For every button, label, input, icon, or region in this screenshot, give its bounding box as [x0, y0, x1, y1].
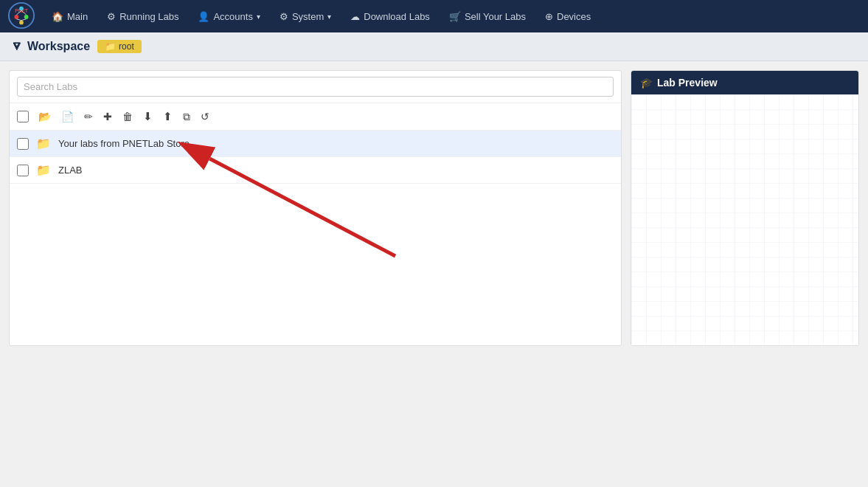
running-labs-icon: ⚙: [107, 11, 116, 22]
search-input[interactable]: [17, 77, 614, 97]
svg-point-3: [15, 15, 19, 19]
main-content: 📂 📄 ✏ ✚ 🗑 ⬇ ⬆ ⧉ ↺: [0, 61, 868, 355]
navbar-label-system: System: [292, 11, 324, 22]
refresh-button[interactable]: ↺: [197, 108, 213, 125]
navbar-label-download-labs: Download Labs: [364, 11, 430, 22]
download-icon: ⬇: [143, 110, 153, 122]
file-checkbox-pnetlab-store[interactable]: [17, 138, 29, 150]
refresh-icon: ↺: [201, 111, 209, 122]
navbar-item-running-labs[interactable]: ⚙ Running Labs: [98, 7, 187, 27]
left-panel: 📂 📄 ✏ ✚ 🗑 ⬇ ⬆ ⧉ ↺: [9, 70, 622, 346]
copy-button[interactable]: ⧉: [179, 108, 194, 125]
open-folder-icon: 📂: [38, 111, 51, 122]
preview-header: 🎓 Lab Preview: [631, 71, 858, 94]
navbar-label-sell-labs: Sell Your Labs: [465, 11, 526, 22]
breadcrumb-folder-label: root: [119, 41, 134, 52]
breadcrumb-title-text: Workspace: [27, 40, 90, 53]
add-button[interactable]: ✚: [100, 108, 116, 125]
open-folder-button[interactable]: 📂: [35, 108, 55, 125]
breadcrumb-folder-root[interactable]: 📁 root: [97, 40, 142, 53]
grid-svg: [631, 94, 858, 345]
delete-button[interactable]: 🗑: [119, 108, 136, 125]
home-icon: 🏠: [52, 11, 63, 22]
breadcrumb-bar: ⛛ Workspace 📁 root: [0, 32, 868, 61]
annotation-arrow: [10, 131, 621, 278]
navbar-item-sell-labs[interactable]: 🛒 Sell Your Labs: [440, 7, 535, 27]
edit-button[interactable]: ✏: [80, 108, 97, 125]
add-icon: ✚: [103, 111, 112, 122]
svg-rect-12: [631, 94, 858, 345]
file-name-zlab: ZLAB: [58, 165, 83, 176]
navbar-item-main[interactable]: 🏠 Main: [43, 7, 97, 27]
chevron-down-icon: ▾: [257, 13, 260, 21]
system-icon: ⚙: [280, 11, 288, 22]
file-row-zlab[interactable]: 📁 ZLAB: [10, 157, 621, 184]
navbar-item-download-labs[interactable]: ☁ Download Labs: [341, 7, 439, 27]
upload-icon: ⬆: [163, 110, 173, 122]
svg-line-11: [209, 159, 395, 256]
file-name-pnetlab-store: Your labs from PNETLab Store: [58, 138, 190, 149]
navbar-item-devices[interactable]: ⊕ Devices: [536, 7, 600, 27]
chevron-down-icon: ▾: [327, 13, 331, 21]
navbar: PNET 🏠 Main ⚙ Running Labs 👤 Accounts ▾: [0, 0, 868, 32]
svg-point-4: [24, 15, 29, 19]
folder-icon-zlab: 📁: [36, 163, 51, 177]
select-all-checkbox[interactable]: [17, 111, 29, 122]
navbar-items: 🏠 Main ⚙ Running Labs 👤 Accounts ▾ ⚙ Sys…: [43, 7, 861, 27]
toolbar: 📂 📄 ✏ ✚ 🗑 ⬇ ⬆ ⧉ ↺: [10, 103, 621, 131]
navbar-item-accounts[interactable]: 👤 Accounts ▾: [189, 7, 268, 27]
navbar-label-main: Main: [67, 11, 88, 22]
logo[interactable]: PNET: [7, 1, 43, 32]
accounts-icon: 👤: [198, 11, 209, 22]
folder-icon: 📁: [105, 41, 116, 52]
download-labs-icon: ☁: [350, 11, 360, 22]
edit-icon: ✏: [84, 111, 93, 122]
file-row-pnetlab-store[interactable]: 📁 Your labs from PNETLab Store: [10, 131, 621, 157]
workspace-icon: ⛛: [11, 40, 23, 53]
navbar-label-running-labs: Running Labs: [119, 11, 178, 22]
navbar-item-system[interactable]: ⚙ System ▾: [271, 7, 340, 27]
svg-point-5: [19, 20, 24, 24]
new-file-icon: 📄: [61, 111, 74, 122]
upload-button[interactable]: ⬆: [159, 108, 176, 125]
svg-point-2: [19, 6, 24, 10]
file-checkbox-zlab[interactable]: [17, 165, 29, 176]
file-list: 📁 Your labs from PNETLab Store 📁 ZLAB: [10, 131, 621, 184]
sell-labs-icon: 🛒: [449, 11, 461, 22]
navbar-label-devices: Devices: [557, 11, 591, 22]
copy-icon: ⧉: [183, 111, 190, 122]
devices-icon: ⊕: [545, 11, 553, 22]
page-title: ⛛ Workspace: [11, 40, 90, 53]
navbar-label-accounts: Accounts: [213, 11, 252, 22]
file-list-container: 📁 Your labs from PNETLab Store 📁 ZLAB: [10, 131, 621, 184]
folder-icon-pnetlab-store: 📁: [36, 137, 51, 151]
new-file-button[interactable]: 📄: [58, 108, 77, 125]
graduation-icon: 🎓: [640, 77, 653, 89]
right-panel: 🎓 Lab Preview: [631, 70, 859, 346]
search-bar: [10, 71, 621, 103]
preview-grid: [631, 94, 858, 345]
download-button[interactable]: ⬇: [139, 108, 156, 125]
preview-title: Lab Preview: [657, 77, 718, 89]
delete-icon: 🗑: [122, 111, 133, 122]
